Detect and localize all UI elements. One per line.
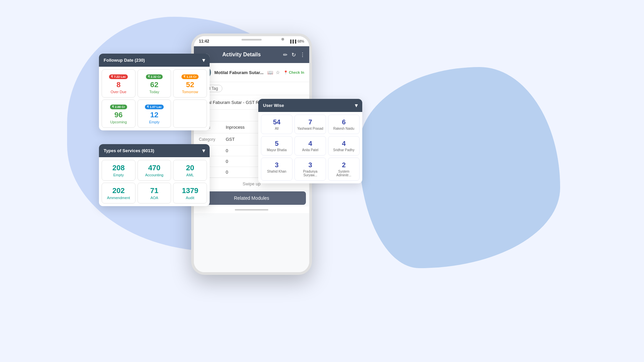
- followup-stats-grid: ₹ 7.22 Lac8Over Due₹ 2.32 Cr62Today₹ 1.1…: [99, 67, 210, 130]
- more-icon[interactable]: ⋮: [300, 52, 305, 58]
- book-icon[interactable]: 📖: [267, 70, 273, 75]
- checkin-button[interactable]: 📍 Check In: [283, 70, 304, 75]
- phone-status-bar: 11:42 ▐▐▐ 68%: [194, 36, 309, 46]
- contact-action-icons: 📖 ☆: [267, 70, 280, 75]
- category-value: GST: [226, 137, 235, 142]
- services-card-title: Types of Services (6013): [104, 148, 154, 153]
- app-header: ‹ Activity Details ✏ ↻ ⋮: [194, 46, 309, 63]
- zero-value-1: 0: [226, 148, 228, 153]
- refresh-icon[interactable]: ↻: [291, 52, 296, 58]
- userwise-stats-grid: 54All7Yashwant Prasad6Rakesh Naidu5Mayur…: [258, 112, 362, 183]
- edit-icon[interactable]: ✏: [283, 52, 287, 58]
- followup-stat-cell-3[interactable]: ₹ 2.88 Cr96Upcoming: [102, 100, 136, 128]
- userwise-cell-8[interactable]: 2System Adminitr...: [328, 158, 360, 181]
- userwise-card: User Wise ▾ 54All7Yashwant Prasad6Rakesh…: [258, 99, 362, 183]
- services-card: Types of Services (6013) ▾ 208Empty470Ac…: [99, 144, 210, 206]
- home-indicator: [194, 206, 309, 213]
- add-tag-row: Add Tag: [194, 82, 309, 95]
- services-stat-cell-4[interactable]: 71AOA: [138, 183, 171, 203]
- status-icons: ▐▐▐ 68%: [289, 40, 304, 43]
- services-stat-cell-3[interactable]: 202Ammendment: [102, 183, 136, 203]
- userwise-cell-2[interactable]: 6Rakesh Naidu: [328, 115, 360, 134]
- followup-chevron-icon[interactable]: ▾: [202, 57, 205, 63]
- followup-date-card: Followup Date (230) ▾ ₹ 7.22 Lac8Over Du…: [99, 54, 210, 130]
- zero-value-3: 0: [226, 170, 228, 175]
- userwise-cell-0[interactable]: 54All: [261, 115, 292, 134]
- related-modules-button[interactable]: Related Modules: [197, 191, 306, 205]
- battery-icon: 68%: [298, 40, 304, 43]
- background-blob-right: [359, 67, 560, 268]
- followup-stat-cell-2[interactable]: ₹ 1.15 Cr52Tomorrow: [173, 69, 207, 98]
- userwise-chevron-icon[interactable]: ▾: [355, 102, 358, 109]
- location-icon: 📍: [283, 70, 288, 75]
- contact-name: Motilal Faburam Sutar...: [214, 70, 264, 75]
- followup-stat-cell-0[interactable]: ₹ 7.22 Lac8Over Due: [102, 69, 136, 98]
- userwise-cell-1[interactable]: 7Yashwant Prasad: [294, 115, 326, 134]
- services-stat-cell-5[interactable]: 1379Audit: [173, 183, 207, 203]
- services-card-header: Types of Services (6013) ▾: [99, 144, 210, 157]
- star-icon[interactable]: ☆: [276, 70, 280, 75]
- followup-stat-cell-5[interactable]: [173, 100, 207, 128]
- phone-time: 11:42: [199, 39, 209, 44]
- contact-row: M Motilal Faburam Sutar... 📖 ☆ 📍 Check I…: [194, 63, 309, 82]
- userwise-cell-5[interactable]: 4Sridhar Padhy: [328, 136, 360, 156]
- category-label: Category: [199, 137, 226, 142]
- header-title: Activity Details: [203, 52, 280, 58]
- services-stat-cell-2[interactable]: 20AML: [173, 160, 207, 181]
- services-stats-grid: 208Empty470Accounting20AML202Ammendment7…: [99, 157, 210, 206]
- services-stat-cell-1[interactable]: 470Accounting: [138, 160, 171, 181]
- status-value: Inprocess: [226, 125, 245, 130]
- signal-icon: ▐▐▐: [289, 40, 296, 43]
- services-chevron-icon[interactable]: ▾: [202, 147, 205, 154]
- followup-stat-cell-4[interactable]: ₹ 1.07 Lac12Empty: [138, 100, 171, 128]
- userwise-cell-3[interactable]: 5Mayur Bhatia: [261, 136, 292, 156]
- followup-stat-cell-1[interactable]: ₹ 2.32 Cr62Today: [138, 69, 171, 98]
- userwise-cell-6[interactable]: 3Shahid Khan: [261, 158, 292, 181]
- home-bar: [235, 209, 268, 210]
- userwise-cell-4[interactable]: 4Anita Patel: [294, 136, 326, 156]
- userwise-card-title: User Wise: [263, 103, 284, 108]
- userwise-card-header: User Wise ▾: [258, 99, 362, 112]
- followup-card-title: Followup Date (230): [104, 58, 145, 63]
- userwise-cell-7[interactable]: 3Pradunya Suryaw...: [294, 158, 326, 181]
- services-stat-cell-0[interactable]: 208Empty: [102, 160, 136, 181]
- followup-card-header: Followup Date (230) ▾: [99, 54, 210, 67]
- header-action-icons: ✏ ↻ ⋮: [283, 52, 305, 58]
- zero-value-2: 0: [226, 159, 228, 164]
